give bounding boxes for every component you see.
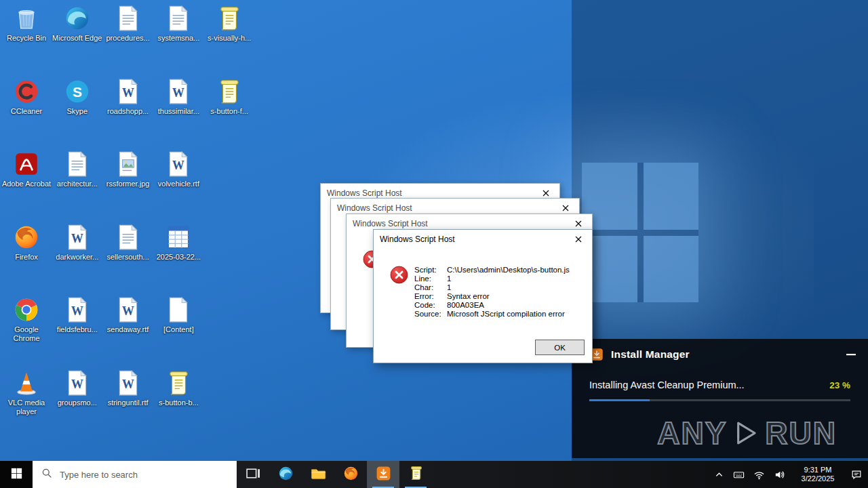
desktop-icon-stringuntil-rtf[interactable]: Wstringuntil.rtf [103, 369, 153, 407]
task-view-button[interactable] [237, 461, 269, 488]
word-icon: W [63, 223, 92, 251]
desktop-icon-sendaway-rtf[interactable]: Wsendaway.rtf [103, 296, 153, 334]
desktop-icon-label: s-visually-h... [208, 34, 251, 43]
watermark-any: ANY [657, 415, 727, 451]
desktop-icon-label: volvehicle.rtf [158, 180, 199, 188]
desktop-icon-label: Google Chrome [1, 325, 52, 343]
taskbar-file-explorer-button[interactable] [302, 461, 334, 488]
progress-bar [589, 399, 850, 401]
desktop-icon-label: thussimilar... [158, 107, 199, 116]
desktop-icon-vlc-media-player[interactable]: VLC media player [1, 369, 52, 416]
doc-text-icon [114, 223, 142, 251]
dialog-titlebar[interactable]: Windows Script Host [374, 230, 592, 248]
installer-icon [375, 465, 392, 485]
dialog-detail-rows: Script:C:\Users\admin\Desktop\s-button.j… [414, 266, 570, 319]
desktop-icon-darkworker[interactable]: Wdarkworker... [52, 223, 102, 262]
desktop-icon-label: Recycle Bin [7, 34, 46, 43]
dialog-row-value: 1 [447, 274, 451, 283]
taskbar-clock[interactable]: 9:31 PM 3/22/2025 [794, 466, 842, 483]
desktop-icon-ccleaner[interactable]: CCleaner [1, 77, 52, 116]
dialog-row-label: Line: [414, 274, 447, 283]
search-box[interactable] [33, 461, 237, 488]
recycle-bin-icon [12, 4, 41, 33]
desktop-icon-architectur[interactable]: architectur... [52, 150, 102, 188]
edge-icon [277, 465, 294, 485]
desktop-icon-google-chrome[interactable]: Google Chrome [1, 296, 52, 343]
desktop-icon-label: Firefox [15, 253, 38, 262]
close-button[interactable] [565, 230, 592, 248]
desktop-icon-groupsmo[interactable]: Wgroupsmo... [52, 369, 102, 407]
desktop-icon-firefox[interactable]: Firefox [1, 223, 52, 262]
chevron-up-icon[interactable] [714, 470, 724, 480]
desktop-icon-label: [Content] [163, 325, 194, 334]
wsh-dialog-4: Windows Script HostScript:C:\Users\admin… [373, 229, 593, 363]
desktop-icon-fieldsfebru[interactable]: Wfieldsfebru... [52, 296, 102, 334]
search-input[interactable] [58, 460, 237, 488]
desktop-icon-systemsna[interactable]: systemsna... [153, 4, 203, 43]
desktop-icon-content[interactable]: [Content] [153, 296, 203, 334]
desktop-icon-recycle-bin[interactable]: Recycle Bin [1, 4, 52, 43]
network-icon[interactable] [753, 469, 765, 481]
dialog-title: Windows Script Host [327, 188, 402, 198]
desktop-icon-label: Adobe Acrobat [2, 180, 51, 188]
dialog-row-label: Code: [414, 301, 447, 310]
svg-text:W: W [122, 305, 134, 319]
script-app-icon [408, 465, 425, 485]
ok-button[interactable]: OK [535, 340, 585, 355]
desktop-icon-skype[interactable]: SSkype [52, 77, 102, 116]
install-manager-header: Install Manager [572, 339, 868, 362]
desktop-icon-label: CCleaner [11, 107, 42, 116]
doc-text-icon [114, 4, 142, 33]
touch-keyboard-icon[interactable] [733, 469, 745, 481]
doc-image-icon [114, 150, 142, 178]
desktop-icon-label: sellersouth... [106, 253, 149, 262]
dialog-row: Source:Microsoft JScript compilation err… [414, 310, 570, 319]
desktop-icon-volvehicle-rtf[interactable]: Wvolvehicle.rtf [153, 150, 203, 188]
taskbar-script-app-button[interactable] [399, 461, 432, 488]
clock-date: 3/22/2025 [794, 474, 842, 483]
dialog-row-label: Error: [414, 292, 447, 301]
dialog-title: Windows Script Host [353, 219, 428, 228]
doc-text-icon [63, 150, 92, 178]
dialog-row: Char:1 [414, 283, 570, 292]
firefox-icon [342, 465, 359, 485]
desktop-icon-adobe-acrobat[interactable]: Adobe Acrobat [1, 150, 52, 188]
desktop-icon-s-button-f[interactable]: s-button-f... [204, 77, 254, 116]
desktop-icon-s-visually-h[interactable]: s-visually-h... [204, 4, 254, 43]
action-center-icon[interactable] [850, 468, 863, 481]
desktop-icon-microsoft-edge[interactable]: Microsoft Edge [52, 4, 102, 43]
svg-text:W: W [71, 305, 83, 319]
desktop-icon-sellersouth[interactable]: sellersouth... [103, 223, 153, 262]
desktop-icon-rssformer-jpg[interactable]: rssformer.jpg [103, 150, 153, 188]
start-button[interactable] [0, 461, 33, 488]
word-icon: W [114, 369, 142, 397]
system-tray: 9:31 PM 3/22/2025 [714, 461, 868, 488]
desktop-icon-label: sendaway.rtf [107, 325, 149, 334]
windows-logo-pane [644, 236, 699, 303]
edge-icon [63, 4, 92, 33]
desktop-icon-procedures[interactable]: procedures... [103, 4, 153, 43]
skype-icon: S [63, 77, 92, 106]
dialog-title: Windows Script Host [337, 203, 412, 213]
close-icon [542, 190, 549, 197]
dialog-row: Error:Syntax error [414, 292, 570, 301]
word-icon: W [63, 369, 92, 397]
dialog-row-label: Source: [414, 310, 447, 319]
desktop-icon-thussimilar[interactable]: Wthussimilar... [153, 77, 203, 116]
search-icon [41, 468, 52, 481]
watermark-run: RUN [765, 415, 837, 451]
desktop-icon-s-button-b[interactable]: s-button-b... [153, 369, 203, 407]
taskbar-firefox-button[interactable] [334, 461, 367, 488]
word-icon: W [63, 296, 92, 324]
taskbar-install-manager-button[interactable] [367, 461, 399, 488]
ccleaner-icon [12, 77, 41, 106]
taskbar-edge-button[interactable] [269, 461, 302, 488]
desktop-icon-2025-03-22[interactable]: 2025-03-22... [153, 223, 203, 262]
desktop-icon-label: fieldsfebru... [57, 325, 98, 334]
install-manager-title: Install Manager [611, 348, 690, 361]
minimize-button[interactable] [844, 347, 859, 362]
dialog-row: Code:800A03EA [414, 301, 570, 310]
volume-icon[interactable] [774, 469, 785, 481]
svg-text:W: W [71, 378, 83, 391]
desktop-icon-roadshopp[interactable]: Wroadshopp... [103, 77, 153, 116]
